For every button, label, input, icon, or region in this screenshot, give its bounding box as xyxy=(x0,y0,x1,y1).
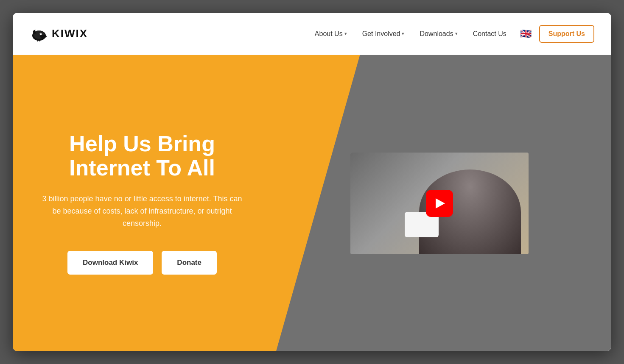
support-us-button[interactable]: Support Us xyxy=(539,25,594,43)
svg-rect-6 xyxy=(37,39,38,42)
svg-point-5 xyxy=(40,33,41,34)
nav-item-downloads[interactable]: Downloads ▾ xyxy=(414,27,463,41)
logo-link[interactable]: KIWIX xyxy=(30,25,88,43)
nav-links: About Us ▾ Get Involved ▾ Downloads ▾ Co… xyxy=(309,25,594,43)
video-play-icon[interactable] xyxy=(426,190,453,217)
video-thumbnail[interactable] xyxy=(350,153,529,254)
hero-text-area: Help Us Bring Internet To All 3 billion … xyxy=(38,132,259,275)
nav-item-get-involved[interactable]: Get Involved ▾ xyxy=(356,27,411,41)
logo-text: KIWIX xyxy=(52,27,88,40)
hero-title: Help Us Bring Internet To All xyxy=(38,132,246,180)
hero-video-area xyxy=(259,153,586,254)
nav-item-contact-us[interactable]: Contact Us xyxy=(467,27,512,41)
download-kiwix-button[interactable]: Download Kiwix xyxy=(67,251,153,275)
donate-button[interactable]: Donate xyxy=(162,251,217,275)
hero-buttons: Download Kiwix Donate xyxy=(38,251,246,275)
kiwix-logo-icon xyxy=(30,25,48,43)
about-us-chevron-icon: ▾ xyxy=(344,31,347,36)
navbar: KIWIX About Us ▾ Get Involved ▾ Download… xyxy=(13,13,611,55)
get-involved-chevron-icon: ▾ xyxy=(402,31,404,36)
hero-content: Help Us Bring Internet To All 3 billion … xyxy=(13,55,611,351)
downloads-chevron-icon: ▾ xyxy=(455,31,458,36)
language-flag[interactable]: 🇬🇧 xyxy=(516,27,536,41)
nav-item-about-us[interactable]: About Us ▾ xyxy=(309,27,353,41)
svg-point-3 xyxy=(43,35,47,37)
hero-subtitle: 3 billion people have no or little acces… xyxy=(38,193,246,229)
browser-frame: KIWIX About Us ▾ Get Involved ▾ Download… xyxy=(13,13,611,351)
svg-rect-7 xyxy=(39,39,40,42)
hero-section: Help Us Bring Internet To All 3 billion … xyxy=(13,55,611,351)
